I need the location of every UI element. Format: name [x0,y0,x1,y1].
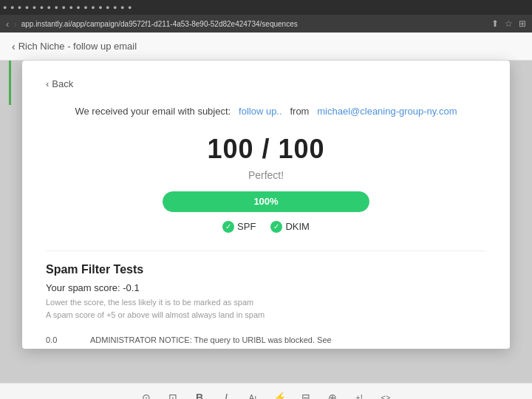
dkim-check-icon: ✓ [270,221,282,233]
progress-bar-container: 100% [163,191,369,212]
spam-info-2: A spam score of +5 or above will almost … [46,309,486,322]
spam-score-line: Your spam score: -0.1 [46,282,486,293]
spam-table-row: 0.0 ADMINISTRATOR NOTICE: The query to U… [46,334,486,349]
auth-badges: ✓ SPF ✓ DKIM [46,221,486,233]
sidebar-highlight [9,61,11,105]
email-subject-line: We received your email with subject: fol… [46,104,486,119]
toolbar-code-icon[interactable]: <> [378,393,393,400]
spam-filter-title: Spam Filter Tests [46,263,486,276]
spam-row-score: 0.0 [46,334,75,349]
modal-back-label: Back [52,78,73,89]
spam-row-description: ADMINISTRATOR NOTICE: The query to URIBL… [90,334,332,349]
from-word: from [290,106,309,117]
toolbar-fontsize-icon[interactable]: Aı [245,393,260,400]
spam-filter-section: Spam Filter Tests Your spam score: -0.1 … [46,250,486,349]
address-bar-row: ‹ › app.instantly.ai/app/campaign/da9572… [0,15,532,33]
page-content: ‹ Back We received your email with subje… [0,61,532,383]
email-intro-text: We received your email with subject: [75,106,231,117]
spf-check-icon: ✓ [222,221,234,233]
modal-back-button[interactable]: ‹ Back [46,78,486,89]
breadcrumb-back-arrow: ‹ [12,41,16,52]
tab-favicons: ● ● ● ● ● ● ● ● ● ● ● ● ● ● ● ● ● ● [3,4,132,11]
back-nav-icon[interactable]: ‹ [6,18,9,30]
modal-overlay: ‹ Back We received your email with subje… [0,61,532,383]
score-label: Perfect! [46,169,486,181]
spf-label: SPF [237,221,256,232]
toolbar-layout-icon[interactable]: ⊟ [299,392,313,400]
email-subject-link[interactable]: follow up.. [239,106,282,117]
progress-bar-fill: 100% [163,191,369,212]
spam-info-text: Lower the score, the less likely it is t… [46,296,486,322]
modal-back-arrow: ‹ [46,78,49,89]
dkim-badge: ✓ DKIM [270,221,310,233]
breadcrumb-back-link[interactable]: ‹ Rich Niche - follow up email [12,41,137,52]
forward-nav-icon[interactable]: › [13,18,16,30]
breadcrumb-bar: ‹ Rich Niche - follow up email [0,33,532,61]
toolbar-italic-icon[interactable]: I [219,392,233,400]
spf-badge: ✓ SPF [222,221,256,233]
spam-row-desc-text: ADMINISTRATOR NOTICE: The query to URIBL… [90,335,332,349]
browser-tab-bar: ● ● ● ● ● ● ● ● ● ● ● ● ● ● ● ● ● ● [0,0,532,15]
toolbar-plus-icon[interactable]: +! [352,393,366,400]
breadcrumb-title: Rich Niche - follow up email [18,41,137,52]
bottom-toolbar: ⊙ ⊡ B I Aı ⚡ ⊟ ⊕ +! <> [0,383,532,399]
score-display: 100 / 100 [46,134,486,165]
extensions-icon[interactable]: ⊞ [519,18,526,29]
toolbar-icon-image[interactable]: ⊡ [166,392,180,400]
sender-email-link[interactable]: michael@cleaning-group-ny.com [317,106,457,117]
score-number: 100 / 100 [207,134,324,164]
progress-label: 100% [253,196,278,207]
share-icon[interactable]: ⬆ [491,18,499,29]
browser-action-icons: ⬆ ☆ ⊞ [491,18,526,29]
toolbar-lightning-icon[interactable]: ⚡ [272,392,287,400]
spam-info-1: Lower the score, the less likely it is t… [46,296,486,310]
dkim-label: DKIM [285,221,310,232]
url-display: app.instantly.ai/app/campaign/da9572f1-d… [21,20,487,28]
modal-panel: ‹ Back We received your email with subje… [22,61,510,349]
toolbar-bold-icon[interactable]: B [192,392,207,400]
toolbar-link-icon[interactable]: ⊕ [325,392,340,400]
toolbar-icon-target[interactable]: ⊙ [139,392,154,400]
bookmark-icon[interactable]: ☆ [505,18,513,29]
